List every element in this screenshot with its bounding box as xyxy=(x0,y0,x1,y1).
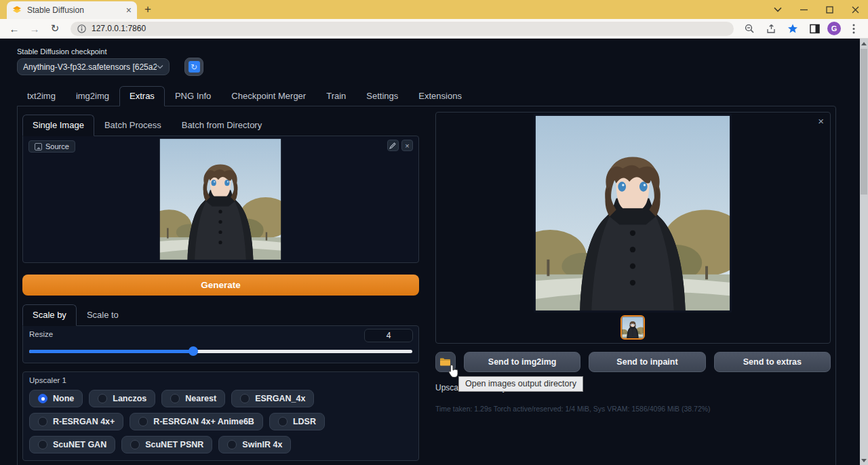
refresh-checkpoint-button[interactable]: ↻ xyxy=(184,58,203,76)
browser-titlebar: Stable Diffusion × + xyxy=(0,0,868,19)
scrollbar-up-icon[interactable] xyxy=(860,39,868,48)
radio-icon[interactable] xyxy=(138,417,148,426)
scale-tab-scale-to[interactable]: Scale to xyxy=(77,304,129,326)
radio-label: ESRGAN_4x xyxy=(255,394,305,403)
send-to-img2img-button[interactable]: Send to img2img xyxy=(464,352,580,372)
folder-button-tooltip: Open images output directory xyxy=(458,376,583,392)
forward-icon[interactable]: → xyxy=(26,20,43,37)
radio-icon[interactable] xyxy=(240,394,250,403)
upscaler1-option-scunet-gan[interactable]: ScuNET GAN xyxy=(29,436,115,453)
generate-button[interactable]: Generate xyxy=(22,275,419,296)
close-gallery-icon[interactable]: × xyxy=(818,115,824,127)
tab-settings[interactable]: Settings xyxy=(356,86,408,106)
scale-tab-scale-by[interactable]: Scale by xyxy=(22,304,77,326)
radio-icon[interactable] xyxy=(38,417,47,426)
mouse-cursor-hand xyxy=(448,364,460,379)
menu-dots-icon[interactable] xyxy=(845,20,863,37)
send-button-row: Send to img2imgSend to inpaintSend to ex… xyxy=(464,352,831,372)
window-minimize-icon[interactable] xyxy=(791,0,816,19)
checkpoint-label: Stable Diffusion checkpoint xyxy=(17,47,848,56)
tab-train[interactable]: Train xyxy=(316,86,356,106)
radio-icon[interactable] xyxy=(98,394,107,403)
thumbnail-image xyxy=(622,317,644,338)
new-tab-button[interactable]: + xyxy=(140,1,156,18)
reload-icon[interactable]: ↻ xyxy=(46,20,64,37)
url-text[interactable]: 127.0.0.1:7860 xyxy=(92,24,146,33)
browser-toolbar: ← → ↻ 127.0.0.1:7860 G xyxy=(0,19,868,39)
tab-png-info[interactable]: PNG Info xyxy=(165,86,221,106)
resize-block: Resize 4 xyxy=(22,325,419,363)
performance-stats-text: Time taken: 1.29s Torch active/reserved:… xyxy=(435,405,711,413)
radio-icon[interactable] xyxy=(278,417,288,426)
result-gallery: × xyxy=(435,112,831,344)
tab-checkpoint-merger[interactable]: Checkpoint Merger xyxy=(221,86,316,106)
resize-label: Resize xyxy=(29,330,412,338)
tab-close-icon[interactable]: × xyxy=(126,5,132,15)
window-maximize-icon[interactable] xyxy=(816,0,842,19)
window-close-icon[interactable] xyxy=(842,0,868,19)
tab-txt2img[interactable]: txt2img xyxy=(17,86,66,106)
browser-tab[interactable]: Stable Diffusion × xyxy=(7,1,137,19)
refresh-icon: ↻ xyxy=(189,61,200,73)
source-chip: Source xyxy=(28,140,75,153)
side-panel-icon[interactable] xyxy=(806,20,823,37)
tab-extensions[interactable]: Extensions xyxy=(408,86,472,106)
send-to-extras-button[interactable]: Send to extras xyxy=(714,352,831,372)
tab-extras[interactable]: Extras xyxy=(119,86,165,106)
source-image-dropzone[interactable]: Source × xyxy=(22,136,419,263)
tab-img2img[interactable]: img2img xyxy=(66,86,119,106)
subtab-single-image[interactable]: Single Image xyxy=(22,115,94,136)
radio-icon[interactable] xyxy=(130,440,140,449)
upscaler1-option-r-esrgan-4x[interactable]: R-ESRGAN 4x+ xyxy=(29,413,123,430)
upscaler1-option-scunet-psnr[interactable]: ScuNET PSNR xyxy=(121,436,212,453)
upscaler1-option-ldsr[interactable]: LDSR xyxy=(269,413,325,430)
profile-avatar[interactable]: G xyxy=(827,22,841,35)
result-image[interactable] xyxy=(534,114,732,312)
subtab-batch-from-directory[interactable]: Batch from Directory xyxy=(172,115,272,136)
checkpoint-value: Anything-V3-fp32.safetensors [625a2ba2] xyxy=(23,62,157,72)
radio-label: None xyxy=(53,394,74,403)
main-tab-bar: txt2imgimg2imgExtrasPNG InfoCheckpoint M… xyxy=(17,86,848,106)
radio-icon[interactable] xyxy=(38,440,47,449)
radio-icon[interactable] xyxy=(227,440,237,449)
site-info-icon[interactable] xyxy=(77,24,86,33)
share-icon[interactable] xyxy=(762,20,780,37)
upscaler1-option-r-esrgan-4x-anime6b[interactable]: R-ESRGAN 4x+ Anime6B xyxy=(130,413,263,430)
scrollbar-down-icon[interactable] xyxy=(860,456,868,465)
scale-tab-bar: Scale byScale to xyxy=(22,304,419,326)
subtab-batch-process[interactable]: Batch Process xyxy=(94,115,172,136)
checkpoint-dropdown[interactable]: Anything-V3-fp32.safetensors [625a2ba2] xyxy=(17,58,170,75)
favicon-gradio-icon xyxy=(12,5,22,15)
upscaler1-option-none[interactable]: None xyxy=(29,390,83,407)
upscaler1-option-esrgan-4x[interactable]: ESRGAN_4x xyxy=(231,390,314,407)
radio-icon[interactable] xyxy=(38,394,47,403)
edit-image-icon[interactable] xyxy=(387,140,399,151)
url-bar[interactable]: 127.0.0.1:7860 xyxy=(71,22,734,36)
image-icon xyxy=(35,143,42,150)
clear-image-icon[interactable]: × xyxy=(401,140,413,151)
upscaler1-option-nearest[interactable]: Nearest xyxy=(161,390,225,407)
resize-slider-handle[interactable] xyxy=(189,346,198,356)
page-scrollbar[interactable] xyxy=(860,39,868,465)
send-to-inpaint-button[interactable]: Send to inpaint xyxy=(589,352,705,372)
chevron-down-icon xyxy=(157,64,163,69)
extras-subtab-bar: Single ImageBatch ProcessBatch from Dire… xyxy=(22,115,419,136)
back-icon[interactable]: ← xyxy=(5,20,23,37)
extras-tab-panel: Single ImageBatch ProcessBatch from Dire… xyxy=(17,106,836,465)
radio-icon[interactable] xyxy=(170,394,180,403)
upscaler1-option-swinir-4x[interactable]: SwinIR 4x xyxy=(218,436,291,453)
source-image xyxy=(159,138,282,261)
upscaler1-option-lanczos[interactable]: Lanczos xyxy=(89,390,155,407)
radio-label: R-ESRGAN 4x+ Anime6B xyxy=(153,417,254,426)
result-thumbnail-selected[interactable] xyxy=(620,315,645,340)
radio-label: LDSR xyxy=(293,417,316,426)
resize-number-input[interactable]: 4 xyxy=(364,329,413,342)
upscaler1-label: Upscaler 1 xyxy=(29,376,412,384)
scrollbar-thumb[interactable] xyxy=(861,49,867,195)
tab-search-chevron-icon[interactable] xyxy=(765,0,791,19)
bookmark-star-icon[interactable] xyxy=(784,20,802,37)
upscaler1-options: NoneLanczosNearestESRGAN_4xR-ESRGAN 4x+R… xyxy=(29,390,412,453)
resize-slider[interactable] xyxy=(29,350,412,353)
zoom-icon[interactable] xyxy=(741,20,758,37)
stable-diffusion-webui: Stable Diffusion checkpoint Anything-V3-… xyxy=(0,39,868,465)
